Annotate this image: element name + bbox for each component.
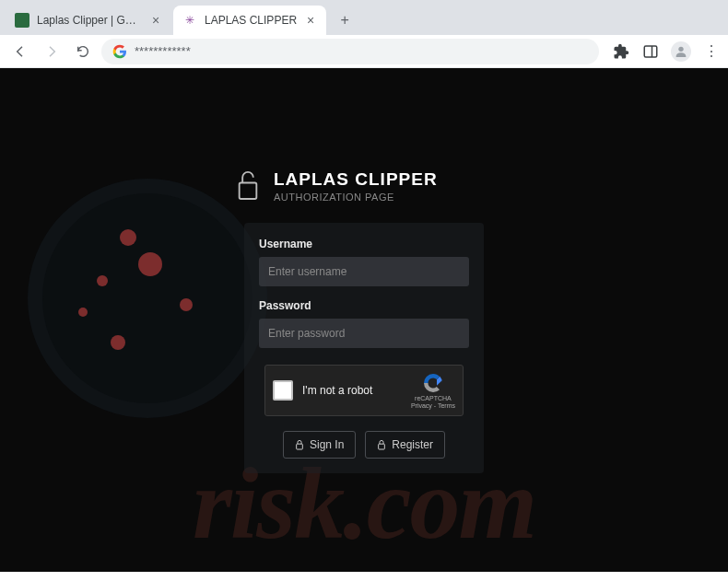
close-icon[interactable]: × (304, 14, 317, 27)
svg-rect-0 (644, 46, 657, 57)
url-text: ************ (135, 44, 191, 58)
toolbar: ************ ⋮ (0, 35, 728, 68)
favicon-icon (15, 13, 29, 28)
background-graphic (78, 308, 88, 317)
svg-rect-4 (297, 444, 303, 449)
recaptcha-label: I'm not a robot (302, 384, 402, 397)
background-graphic (97, 275, 108, 286)
tab-strip: Laplas Clipper | GENERATION OF × ✳ LAPLA… (0, 0, 728, 35)
new-tab-button[interactable]: + (332, 7, 358, 33)
forward-button[interactable] (39, 39, 65, 64)
recaptcha-brand: reCAPTCHA Privacy - Terms (411, 372, 455, 409)
address-bar[interactable]: ************ (101, 39, 599, 64)
auth-form: Username Password I'm not a robot reCAPT… (244, 223, 484, 473)
google-icon (112, 44, 127, 59)
side-panel-icon[interactable] (641, 42, 660, 61)
lock-icon (377, 439, 386, 450)
close-icon[interactable]: × (149, 14, 162, 27)
sign-in-button[interactable]: Sign In (283, 431, 356, 459)
password-label: Password (259, 299, 469, 312)
svg-rect-3 (240, 183, 257, 200)
favicon-icon: ✳ (182, 13, 197, 28)
page-title: LAPLAS CLIPPER (274, 169, 438, 190)
password-input[interactable] (259, 319, 469, 348)
menu-button[interactable]: ⋮ (702, 42, 721, 61)
svg-point-2 (678, 46, 683, 51)
extensions-icon[interactable] (612, 42, 630, 61)
tab-active[interactable]: ✳ LAPLAS CLIPPER × (173, 6, 326, 35)
background-graphic (111, 335, 125, 350)
profile-button[interactable] (671, 41, 691, 62)
background-graphic (120, 229, 136, 246)
button-row: Sign In Register (259, 431, 469, 459)
recaptcha-checkbox[interactable] (273, 380, 293, 401)
auth-panel: LAPLAS CLIPPER AUTHORIZATION PAGE Userna… (244, 169, 484, 473)
page-subtitle: AUTHORIZATION PAGE (274, 192, 438, 203)
lock-icon (235, 169, 261, 203)
tab-inactive[interactable]: Laplas Clipper | GENERATION OF × (6, 6, 171, 35)
toolbar-right: ⋮ (605, 41, 721, 62)
username-label: Username (259, 238, 469, 250)
page-viewport: risk.com LAPLAS CLIPPER AUTHORIZATION PA… (0, 68, 728, 572)
register-button[interactable]: Register (365, 431, 445, 459)
reload-button[interactable] (70, 39, 96, 64)
tab-title: Laplas Clipper | GENERATION OF (37, 14, 142, 27)
lock-icon (295, 439, 304, 450)
svg-rect-5 (379, 444, 385, 449)
recaptcha-widget[interactable]: I'm not a robot reCAPTCHA Privacy - Term… (264, 365, 464, 416)
tab-title: LAPLAS CLIPPER (205, 14, 297, 27)
background-graphic (28, 179, 267, 418)
username-input[interactable] (259, 257, 469, 286)
auth-header: LAPLAS CLIPPER AUTHORIZATION PAGE (235, 169, 484, 203)
background-graphic (138, 252, 162, 276)
back-button[interactable] (7, 39, 33, 64)
background-graphic (180, 298, 193, 311)
